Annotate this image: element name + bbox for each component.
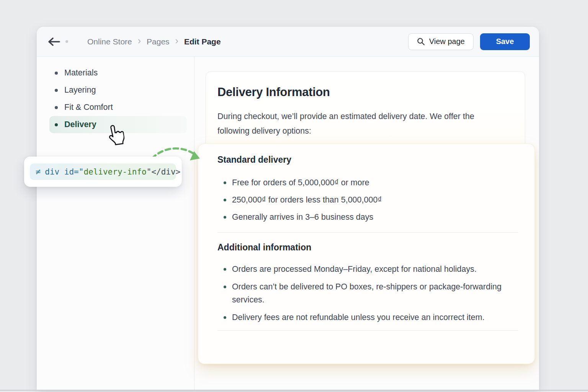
- chevron-separator-icon: ›: [175, 36, 178, 46]
- code-snippet-tooltip: ≠ div id="delivery-info"</div>: [24, 157, 182, 187]
- anchor-id-icon: ≠: [36, 167, 41, 176]
- list-item: Delivery fees are not refundable unless …: [217, 309, 518, 326]
- pointer-hand-cursor-icon: [103, 123, 126, 147]
- view-page-label: View page: [429, 37, 465, 46]
- page-section-list: Materials Layering Fit & Comfort Deliver…: [37, 64, 194, 133]
- sidebar-item-fit-comfort[interactable]: Fit & Comfort: [49, 99, 187, 116]
- code-snippet: ≠ div id="delivery-info"</div>: [30, 163, 176, 180]
- breadcrumb-pages[interactable]: Pages: [147, 37, 170, 46]
- bullet-dot: [224, 199, 226, 201]
- app-window: Online Store › Pages › Edit Page View pa…: [37, 27, 539, 390]
- bullet-dot: [55, 123, 58, 126]
- list-item: 250,000₫ for orders less than 5,000,000₫: [217, 191, 518, 209]
- save-button[interactable]: Save: [480, 33, 530, 50]
- delivery-info-highlight-card: Standard delivery Free for orders of 5,0…: [198, 144, 534, 364]
- list-item-text: 250,000₫ for orders less than 5,000,000₫: [232, 195, 382, 205]
- section-heading-additional-information: Additional information: [217, 242, 518, 253]
- code-text: div id="delivery-info"</div>: [45, 167, 180, 176]
- list-item-text: Generally arrives in 3–6 business days: [232, 212, 373, 222]
- list-item-text: Orders can’t be delivered to PO boxes, r…: [232, 280, 518, 306]
- code-token: "</div>: [147, 167, 181, 176]
- breadcrumb-edit-page: Edit Page: [184, 37, 221, 46]
- list-item-text: Free for orders of 5,000,000₫ or more: [232, 178, 369, 188]
- separator-dot: [65, 40, 68, 43]
- back-button[interactable]: [46, 34, 62, 50]
- bullet-dot: [224, 268, 226, 271]
- page-title: Delivery Information: [217, 85, 513, 99]
- additional-information-list: Orders are processed Monday–Friday, exce…: [217, 260, 518, 326]
- chevron-separator-icon: ›: [138, 36, 141, 46]
- view-page-button[interactable]: View page: [408, 33, 474, 50]
- sidebar-item-materials[interactable]: Materials: [49, 64, 187, 82]
- section-heading-standard-delivery: Standard delivery: [217, 155, 518, 165]
- search-icon: [417, 38, 425, 46]
- section-divider: [217, 232, 518, 233]
- list-item: Orders are processed Monday–Friday, exce…: [217, 260, 518, 278]
- screen-edge: [0, 390, 588, 391]
- back-arrow-icon: [47, 37, 60, 46]
- list-item: Generally arrives in 3–6 business days: [217, 209, 518, 226]
- sidebar-item-label: Layering: [64, 85, 96, 95]
- code-token: div id=": [45, 167, 83, 176]
- list-item-text: Delivery fees are not refundable unless …: [232, 311, 485, 324]
- intro-paragraph: During checkout, we’ll provide an estima…: [217, 109, 503, 138]
- list-item-text: Orders are processed Monday–Friday, exce…: [232, 263, 477, 276]
- screen: { "header": { "breadcrumb": { "items": […: [0, 0, 588, 392]
- editor-preview-area: Delivery Information During checkout, we…: [194, 57, 539, 390]
- code-token: delivery-info: [83, 167, 146, 176]
- sidebar-item-label: Delivery: [64, 120, 96, 129]
- list-item: Free for orders of 5,000,000₫ or more: [217, 174, 518, 191]
- section-divider: [217, 330, 518, 331]
- standard-delivery-list: Free for orders of 5,000,000₫ or more 25…: [217, 174, 518, 226]
- breadcrumb-online-store[interactable]: Online Store: [87, 37, 132, 46]
- list-item: Orders can’t be delivered to PO boxes, r…: [217, 278, 518, 309]
- sidebar-item-label: Materials: [64, 68, 98, 78]
- bullet-dot: [55, 106, 58, 109]
- breadcrumb: Online Store › Pages › Edit Page: [87, 37, 221, 46]
- sidebar-item-label: Fit & Comfort: [64, 103, 113, 112]
- bullet-dot: [55, 72, 58, 75]
- bullet-dot: [224, 286, 226, 288]
- bullet-dot: [224, 216, 226, 219]
- sidebar-item-layering[interactable]: Layering: [49, 82, 187, 99]
- topbar-actions: View page Save: [408, 33, 530, 50]
- bullet-dot: [224, 181, 226, 184]
- bullet-dot: [55, 89, 58, 92]
- top-bar: Online Store › Pages › Edit Page View pa…: [37, 27, 539, 57]
- sidebar: Materials Layering Fit & Comfort Deliver…: [37, 57, 194, 390]
- bullet-dot: [224, 316, 226, 319]
